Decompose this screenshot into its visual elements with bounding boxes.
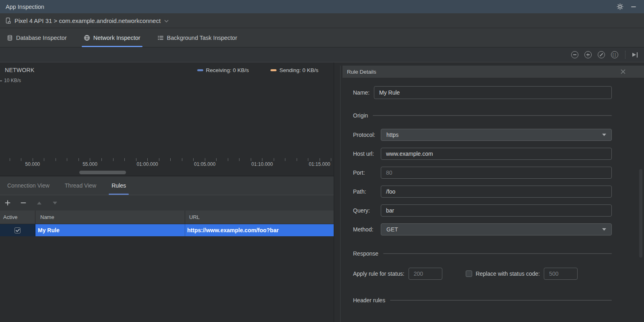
tab-connection-view[interactable]: Connection View <box>7 176 50 195</box>
axis-tick <box>33 158 33 161</box>
view-tabs: Connection View Thread View Rules <box>0 176 334 195</box>
legend-sending: Sending: 0 KB/s <box>270 67 318 73</box>
axis-tick <box>331 158 331 161</box>
chart-title: NETWORK <box>5 67 35 73</box>
tab-database-inspector[interactable]: Database Inspector <box>6 28 68 47</box>
axis-tick <box>10 158 10 161</box>
replace-status-checkbox[interactable] <box>466 270 472 277</box>
dropdown-arrow-icon <box>602 228 606 231</box>
panel-splitter[interactable] <box>334 62 343 322</box>
move-up-button[interactable] <box>36 200 42 206</box>
replace-status-input[interactable] <box>544 268 578 280</box>
axis-tick-label: 01:00.000 <box>136 161 158 167</box>
content-area: NETWORK Receiving: 0 KB/s Sending: 0 KB/… <box>0 62 644 322</box>
minimize-icon[interactable] <box>630 3 638 11</box>
axis-tick <box>320 158 320 161</box>
section-divider <box>373 115 612 116</box>
device-process-label: Pixel 4 API 31 > com.example.android.net… <box>14 17 161 24</box>
timeline-scrollbar-thumb[interactable] <box>79 171 126 174</box>
rules-toolbar <box>0 195 334 211</box>
axis-tick <box>124 158 125 161</box>
table-row[interactable]: My Rule https://www.example.com/foo?bar <box>0 224 334 236</box>
query-row: Query: <box>353 204 612 217</box>
apply-status-label: Apply rule for status: <box>353 270 405 277</box>
remove-rule-button[interactable] <box>20 200 27 206</box>
path-input[interactable] <box>381 186 612 198</box>
protocol-row: Protocol: https <box>353 129 612 141</box>
method-label: Method: <box>353 226 381 233</box>
jump-to-live-icon[interactable] <box>632 52 638 58</box>
axis-tick <box>56 158 56 161</box>
column-header-active[interactable]: Active <box>0 211 35 224</box>
axis-tick <box>228 158 228 161</box>
axis-tick-label: 01:15.000 <box>309 161 330 167</box>
rule-active-checkbox[interactable] <box>14 227 21 233</box>
axis-tick-label: 55.000 <box>83 161 97 167</box>
rule-active-cell <box>0 224 35 236</box>
query-label: Query: <box>353 207 381 214</box>
tab-rules[interactable]: Rules <box>111 176 126 195</box>
column-header-url[interactable]: URL <box>185 211 334 224</box>
axis-tick <box>205 158 205 161</box>
name-input[interactable] <box>374 86 612 99</box>
replace-status-label: Replace with status code: <box>476 270 540 277</box>
reset-zoom-icon[interactable] <box>598 51 605 58</box>
axis-tick <box>297 158 297 161</box>
section-divider <box>383 253 612 254</box>
path-label: Path: <box>353 188 381 195</box>
toolbar-separator <box>625 51 625 59</box>
axis-tick <box>67 158 67 161</box>
app-inspection-window: App Inspection Pixel 4 API 31 > com.exam… <box>0 0 644 322</box>
zoom-in-icon[interactable] <box>584 51 592 58</box>
axis-tick <box>170 158 171 161</box>
method-dropdown[interactable]: GET <box>381 223 612 235</box>
zoom-out-icon[interactable] <box>571 51 578 58</box>
rule-details-title: Rule Details <box>347 69 621 75</box>
gear-icon[interactable] <box>616 3 624 11</box>
query-input[interactable] <box>381 204 612 217</box>
window-title: App Inspection <box>6 4 44 10</box>
tab-background-task-inspector[interactable]: Background Task Inspector <box>156 28 239 47</box>
response-status-row: Apply rule for status: Replace with stat… <box>353 268 612 280</box>
axis-tick <box>136 158 136 161</box>
list-icon <box>157 35 164 41</box>
tab-label: Rules <box>111 182 126 189</box>
tab-label: Connection View <box>7 182 50 189</box>
move-down-button[interactable] <box>52 200 58 206</box>
protocol-dropdown[interactable]: https <box>381 129 612 141</box>
dropdown-arrow-icon <box>602 134 606 136</box>
name-row: Name: <box>353 86 612 99</box>
host-input[interactable] <box>381 148 612 160</box>
zoom-to-selection-icon[interactable]: [ ] <box>611 51 618 58</box>
response-section-label: Response <box>353 250 378 257</box>
axis-tick-label: 01:05.000 <box>194 161 215 167</box>
method-value: GET <box>386 226 398 233</box>
method-row: Method: GET <box>353 223 612 235</box>
network-chart[interactable]: NETWORK Receiving: 0 KB/s Sending: 0 KB/… <box>0 62 334 176</box>
details-scrollbar-thumb[interactable] <box>639 169 642 258</box>
column-header-name[interactable]: Name <box>35 211 185 224</box>
axis-tick <box>113 158 114 161</box>
device-process-bar[interactable]: Pixel 4 API 31 > com.example.android.net… <box>0 13 644 28</box>
origin-section-label: Origin <box>353 112 368 119</box>
axis-tick <box>147 158 148 161</box>
add-rule-button[interactable] <box>4 200 11 206</box>
port-input[interactable] <box>381 167 612 179</box>
tab-thread-view[interactable]: Thread View <box>65 176 96 195</box>
axis-tick <box>44 158 44 161</box>
chevron-down-icon <box>164 20 169 23</box>
axis-tick <box>251 158 251 161</box>
axis-tick <box>78 158 79 161</box>
chart-legend: Receiving: 0 KB/s Sending: 0 KB/s <box>197 67 318 73</box>
close-icon[interactable] <box>621 69 625 74</box>
axis-tick-label: 50.000 <box>25 161 40 167</box>
apply-status-input[interactable] <box>409 268 442 280</box>
rules-table-header: Active Name URL <box>0 211 334 224</box>
rule-name: My Rule <box>38 227 60 233</box>
axis-tick <box>193 158 194 161</box>
sending-swatch-icon <box>270 69 277 71</box>
tab-network-inspector[interactable]: Network Inspector <box>83 28 142 47</box>
tab-label: Thread View <box>65 182 96 189</box>
timeline-axis: 50.00055.00001:00.00001:05.00001:10.0000… <box>0 158 334 169</box>
tab-label: Network Inspector <box>93 35 140 41</box>
